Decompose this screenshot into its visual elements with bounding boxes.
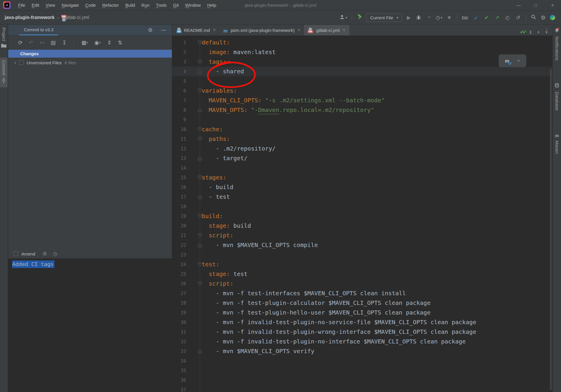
gutter[interactable]	[186, 76, 200, 86]
git-push-icon[interactable]: ↗	[494, 14, 500, 21]
gutter[interactable]	[186, 317, 200, 327]
undo-icon[interactable]: ↶	[29, 39, 33, 46]
gutter[interactable]	[186, 231, 200, 240]
fold-collapse-icon[interactable]	[198, 233, 202, 238]
line-number[interactable]: 30	[172, 317, 186, 327]
fold-collapse-icon[interactable]	[198, 282, 202, 286]
line-number[interactable]: 18	[172, 202, 186, 211]
fold-collapse-icon[interactable]	[198, 262, 202, 267]
line-number[interactable]: 2	[172, 47, 186, 57]
line-number[interactable]: 28	[172, 298, 186, 308]
fold-collapse-icon[interactable]	[198, 89, 202, 93]
line-number[interactable]: 9	[172, 115, 186, 125]
gutter[interactable]	[186, 192, 200, 202]
expand-all-icon[interactable]: ⇕	[107, 39, 111, 46]
line-number[interactable]: 8	[172, 105, 186, 115]
gutter[interactable]	[186, 366, 200, 375]
line-number[interactable]: 22	[172, 240, 186, 250]
tool-stripe-project[interactable]: Project	[0, 25, 8, 52]
fold-end-icon[interactable]	[198, 156, 202, 160]
line-number[interactable]: 4	[172, 67, 186, 76]
maximize-button[interactable]: □	[527, 0, 544, 11]
settings-gear-icon[interactable]: ⚙	[540, 14, 546, 21]
tool-stripe-maven[interactable]: mMaven	[553, 130, 561, 156]
run-with-coverage-icon[interactable]: ◔	[426, 14, 431, 21]
line-number[interactable]: 14	[172, 163, 186, 173]
view-options-icon[interactable]: ◉▾	[94, 39, 101, 46]
fold-end-icon[interactable]	[198, 69, 202, 74]
gutter[interactable]	[186, 298, 200, 308]
line-number[interactable]: 13	[172, 153, 186, 163]
maven-reload-icon[interactable]: m⟳	[505, 58, 509, 64]
line-number[interactable]: 17	[172, 192, 186, 202]
gutter[interactable]	[186, 308, 200, 317]
gutter[interactable]	[186, 86, 200, 96]
changes-node[interactable]: Changes	[8, 50, 172, 58]
gutter[interactable]	[186, 38, 200, 47]
gutter[interactable]	[186, 337, 200, 346]
inspection-widget[interactable]: ✔ ✔ 1 ∧ ∨	[520, 28, 548, 36]
close-button[interactable]: ×	[544, 0, 561, 11]
line-number[interactable]: 12	[172, 144, 186, 153]
search-icon[interactable]	[531, 14, 536, 21]
debug-icon[interactable]	[416, 14, 422, 21]
line-number[interactable]: 31	[172, 327, 186, 337]
line-number[interactable]: 19	[172, 211, 186, 221]
fold-end-icon[interactable]	[198, 108, 202, 112]
line-number[interactable]: 1	[172, 38, 186, 47]
gutter[interactable]	[186, 115, 200, 125]
line-number[interactable]: 15	[172, 173, 186, 182]
line-number[interactable]: 5	[172, 76, 186, 86]
chevron-right-icon[interactable]: ›	[14, 60, 16, 65]
gutter[interactable]	[186, 385, 200, 392]
gutter[interactable]	[186, 221, 200, 231]
git-history-icon[interactable]: ◴	[505, 14, 510, 21]
fold-collapse-icon[interactable]	[198, 40, 202, 45]
unversioned-checkbox[interactable]	[19, 60, 24, 65]
gutter[interactable]	[186, 346, 200, 356]
line-number[interactable]: 35	[172, 366, 186, 375]
commit-options-gear-icon[interactable]: ⚙	[43, 251, 47, 257]
commit-tab[interactable]: Commit to v3.3	[19, 25, 58, 35]
commit-message-input[interactable]: Added CI tags	[8, 258, 172, 392]
gutter[interactable]	[186, 173, 200, 182]
gutter[interactable]	[186, 327, 200, 337]
fold-collapse-icon[interactable]	[198, 60, 202, 64]
editor-tab[interactable]: mpom.xml (java-plugin-framework)×	[220, 25, 304, 35]
run-icon[interactable]: ▶	[406, 14, 412, 21]
shelve-icon[interactable]: ↧	[62, 39, 66, 46]
editor-tab[interactable]: YML.gitlab-ci.yml×	[304, 25, 349, 35]
prev-problem-icon[interactable]: ∧	[537, 30, 540, 34]
line-number[interactable]: 24	[172, 260, 186, 269]
line-number[interactable]: 27	[172, 289, 186, 298]
menu-view[interactable]: View	[42, 0, 58, 10]
line-number[interactable]: 32	[172, 337, 186, 346]
gutter[interactable]	[186, 202, 200, 211]
line-number[interactable]: 7	[172, 96, 186, 105]
gutter[interactable]	[186, 240, 200, 250]
next-problem-icon[interactable]: ∨	[545, 30, 548, 34]
unversioned-files-node[interactable]: › Unversioned Files 6 files	[8, 58, 172, 68]
menu-build[interactable]: Build	[122, 0, 138, 10]
line-number[interactable]: 26	[172, 279, 186, 289]
tool-stripe-database[interactable]: Database	[553, 80, 561, 113]
line-number[interactable]: 36	[172, 375, 186, 385]
collapse-all-icon[interactable]: ⇅	[118, 39, 122, 46]
user-account-icon[interactable]: ▾	[339, 14, 347, 21]
line-number[interactable]: 10	[172, 125, 186, 134]
gutter[interactable]	[186, 125, 200, 134]
breadcrumb-project[interactable]: java-plugin-framework	[5, 15, 55, 20]
gutter[interactable]	[186, 144, 200, 153]
panel-settings-gear-icon[interactable]: ⚙	[147, 26, 153, 34]
editor-tab[interactable]: MDREADME.md×	[173, 25, 220, 35]
git-commit-icon[interactable]: ✔	[484, 14, 489, 21]
fold-end-icon[interactable]	[198, 243, 202, 247]
gutter[interactable]	[186, 250, 200, 260]
fold-end-icon[interactable]	[198, 349, 202, 353]
gutter[interactable]	[186, 211, 200, 221]
menu-window[interactable]: Window	[182, 0, 204, 10]
refresh-icon[interactable]: ⟳	[18, 39, 23, 46]
close-tab-icon[interactable]: ×	[298, 27, 301, 33]
breadcrumb-file[interactable]: YML .gitlab-ci.yml	[61, 15, 89, 20]
code-editor[interactable]: 1default:2 image: maven:latest3 tags:4 -…	[172, 36, 553, 392]
